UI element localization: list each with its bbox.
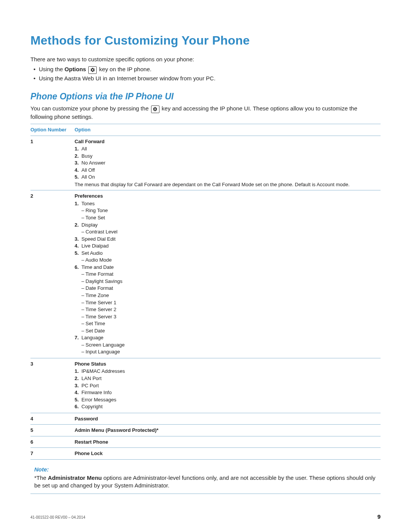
note-body: *The Administrator Menu options are Admi… xyxy=(34,474,377,490)
option-cell: Call Forward1.All2.Busy3.No Answer4.All … xyxy=(75,136,381,190)
option-item: 2.Busy xyxy=(75,153,378,160)
page-footer: 41-001522-00 REV00 – 04.2014 9 xyxy=(30,513,381,521)
intro-bullet: Using the Options key on the IP phone. xyxy=(39,66,381,74)
option-item: 4.Firmware Info xyxy=(75,389,378,396)
option-subitem: Set Date xyxy=(81,328,378,334)
section-title: Phone Options via the IP Phone UI xyxy=(30,91,381,102)
option-cell: Admin Menu (Password Protected)* xyxy=(75,425,381,436)
option-subitem: Tone Set xyxy=(81,214,378,221)
note-block: Note: *The Administrator Menu options ar… xyxy=(30,463,381,494)
option-item: 4.All Off xyxy=(75,167,378,174)
page-title: Methods for Customizing Your Phone xyxy=(30,32,381,49)
option-title: Password xyxy=(75,415,378,422)
footer-rev: 41-001522-00 REV00 – 04.2014 xyxy=(30,515,85,520)
col-option-number: Option Number xyxy=(30,124,75,136)
option-subitem: Date Format xyxy=(81,285,378,292)
table-row: 1Call Forward1.All2.Busy3.No Answer4.All… xyxy=(30,136,381,190)
option-cell: Password xyxy=(75,413,381,425)
option-subitem: Time Format xyxy=(81,271,378,278)
option-item: 1.IP&MAC Addresses xyxy=(75,368,378,375)
note-bold: Administrator Menu xyxy=(48,474,102,481)
option-subitem: Set Time xyxy=(81,320,378,327)
gear-icon xyxy=(151,105,159,113)
option-subitem: Contrast Level xyxy=(81,228,378,235)
option-number: 7 xyxy=(30,448,75,460)
option-item: 1.Tones xyxy=(75,200,378,207)
option-title: Restart Phone xyxy=(75,439,378,446)
option-item: 6.Time and Date xyxy=(75,264,378,271)
option-item: 2.LAN Port xyxy=(75,375,378,382)
option-row-note: The menus that display for Call Forward … xyxy=(75,181,378,188)
option-number: 2 xyxy=(30,190,75,358)
option-number: 6 xyxy=(30,436,75,448)
section-intro: You can customize your phone by pressing… xyxy=(30,105,381,121)
table-row: 7Phone Lock xyxy=(30,448,381,460)
option-title: Preferences xyxy=(75,193,378,200)
option-number: 1 xyxy=(30,136,75,190)
note-pre: *The xyxy=(34,474,48,481)
option-item: 3.No Answer xyxy=(75,160,378,166)
footer-page-number: 9 xyxy=(378,513,381,521)
table-row: 5Admin Menu (Password Protected)* xyxy=(30,425,381,436)
option-subitem: Daylight Savings xyxy=(81,278,378,285)
option-title: Phone Status xyxy=(75,361,378,367)
option-item: 2.Display xyxy=(75,222,378,228)
option-number: 5 xyxy=(30,425,75,436)
option-subitem: Ring Tone xyxy=(81,207,378,214)
option-item: 5.All On xyxy=(75,174,378,181)
option-subitem: Time Server 1 xyxy=(81,299,378,306)
option-cell: Restart Phone xyxy=(75,436,381,448)
options-table: Option Number Option 1Call Forward1.All2… xyxy=(30,124,381,460)
table-row: 4Password xyxy=(30,413,381,425)
option-subitem: Time Server 2 xyxy=(81,306,378,313)
section-intro-pre: You can customize your phone by pressing… xyxy=(30,105,150,112)
option-item: 7.Language xyxy=(75,334,378,341)
option-subitem: Audio Mode xyxy=(81,257,378,264)
note-heading: Note: xyxy=(34,466,377,473)
option-item: 5.Set Audio xyxy=(75,250,378,257)
intro-bullets: Using the Options key on the IP phone.Us… xyxy=(30,66,381,82)
option-cell: Phone Status1.IP&MAC Addresses2.LAN Port… xyxy=(75,358,381,413)
option-subitem: Time Zone xyxy=(81,292,378,299)
option-cell: Phone Lock xyxy=(75,448,381,460)
col-option: Option xyxy=(75,124,381,136)
option-item: 1.All xyxy=(75,145,378,152)
option-item: 3.PC Port xyxy=(75,382,378,389)
option-title: Call Forward xyxy=(75,138,378,145)
intro-bullet: Using the Aastra Web UI in an Internet b… xyxy=(39,75,381,82)
option-number: 3 xyxy=(30,358,75,413)
option-title: Phone Lock xyxy=(75,450,378,457)
option-title: Admin Menu (Password Protected)* xyxy=(75,427,378,434)
table-row: 3Phone Status1.IP&MAC Addresses2.LAN Por… xyxy=(30,358,381,413)
table-row: 2Preferences1.TonesRing ToneTone Set2.Di… xyxy=(30,190,381,358)
option-item: 6.Copyright xyxy=(75,403,378,410)
option-subitem: Input Language xyxy=(81,348,378,355)
option-item: 3.Speed Dial Edit xyxy=(75,236,378,243)
option-item: 5.Error Messages xyxy=(75,396,378,403)
option-subitem: Screen Language xyxy=(81,342,378,348)
gear-icon xyxy=(88,66,97,74)
option-subitem: Time Server 3 xyxy=(81,313,378,320)
intro-text: There are two ways to customize specific… xyxy=(30,56,381,63)
option-number: 4 xyxy=(30,413,75,425)
option-item: 4.Live Dialpad xyxy=(75,243,378,249)
option-cell: Preferences1.TonesRing ToneTone Set2.Dis… xyxy=(75,190,381,358)
table-row: 6Restart Phone xyxy=(30,436,381,448)
